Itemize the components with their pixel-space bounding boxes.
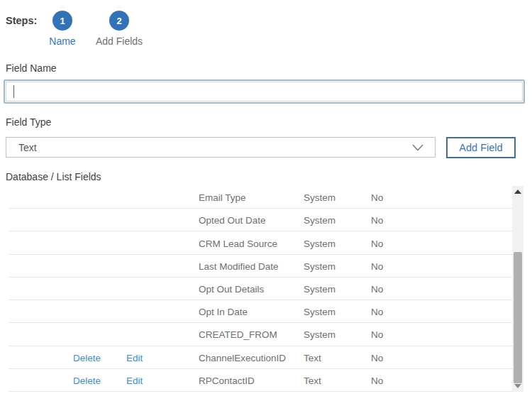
delete-link[interactable]: Delete (73, 375, 101, 385)
table-row: Opted Out Date System No (0, 209, 532, 231)
field-flag-cell: No (371, 215, 383, 226)
field-type-cell: System (304, 307, 336, 317)
field-name-cell: Opted Out Date (199, 215, 266, 226)
field-type-label: Field Type (6, 116, 51, 128)
scrollbar-down-arrow-icon[interactable] (512, 380, 523, 392)
step-1-label[interactable]: Name (49, 35, 75, 47)
delete-link[interactable]: Delete (73, 352, 101, 363)
field-name-cell: Last Modified Date (199, 260, 279, 271)
field-type-cell: System (304, 283, 336, 294)
edit-link[interactable]: Edit (126, 375, 143, 385)
field-type-cell: System (304, 215, 336, 226)
field-flag-cell: No (371, 352, 383, 363)
step-2-circle[interactable]: 2 (109, 11, 129, 31)
field-type-cell: Text (304, 352, 321, 363)
table-scrollbar[interactable] (512, 186, 523, 392)
scrollbar-thumb[interactable] (514, 252, 522, 383)
step-2-label[interactable]: Add Fields (96, 35, 143, 47)
table-row: Opt Out Details System No (0, 278, 532, 300)
field-flag-cell: No (371, 260, 383, 271)
table-row: Email Type System No (0, 186, 532, 209)
field-type-cell: System (304, 238, 336, 248)
table-row: Last Modified Date System No (0, 255, 532, 278)
field-flag-cell: No (371, 375, 383, 385)
field-name-cell: CREATED_FROM (199, 329, 277, 340)
field-flag-cell: No (371, 307, 383, 317)
field-name-cell: CRM Lead Source (199, 238, 277, 248)
add-fields-dialog: Steps: 1 Name 2 Add Fields Field Name Fi… (0, 0, 532, 406)
fields-table: Email Type System No Opted Out Date Syst… (0, 186, 532, 392)
field-name-cell: RPContactID (199, 375, 255, 385)
field-type-cell: Text (304, 375, 321, 385)
field-name-cell: Opt Out Details (199, 283, 264, 294)
step-1-name[interactable]: 1 Name (43, 11, 82, 47)
table-row: CREATED_FROM System No (0, 323, 532, 346)
field-name-cell: Email Type (199, 192, 246, 203)
table-row: Delete Edit RPContactID Text No (0, 369, 532, 392)
step-2-add-fields[interactable]: 2 Add Fields (99, 11, 139, 47)
text-cursor (13, 85, 14, 98)
field-type-cell: System (304, 260, 336, 271)
edit-link[interactable]: Edit (126, 352, 143, 363)
field-name-cell: ChannelExecutionID (199, 352, 286, 363)
steps-label: Steps: (6, 15, 37, 26)
field-flag-cell: No (371, 192, 383, 203)
add-field-button[interactable]: Add Field (446, 137, 516, 158)
table-row: Opt In Date System No (0, 300, 532, 323)
field-type-cell: System (304, 329, 336, 340)
step-1-circle[interactable]: 1 (52, 11, 72, 31)
table-row: Delete Edit ChannelExecutionID Text No (0, 346, 532, 369)
field-name-input[interactable] (4, 79, 525, 104)
scrollbar-up-arrow-icon[interactable] (512, 186, 523, 197)
field-type-cell: System (304, 192, 336, 203)
field-flag-cell: No (371, 238, 383, 248)
db-list-fields-title: Database / List Fields (6, 171, 101, 182)
chevron-down-icon (412, 144, 423, 151)
field-name-label: Field Name (6, 62, 57, 74)
field-flag-cell: No (371, 329, 383, 340)
field-type-select[interactable]: Text (6, 137, 436, 158)
field-type-selected-value: Text (18, 142, 37, 153)
field-flag-cell: No (371, 283, 383, 294)
table-row: CRM Lead Source System No (0, 231, 532, 254)
field-name-cell: Opt In Date (199, 307, 248, 317)
